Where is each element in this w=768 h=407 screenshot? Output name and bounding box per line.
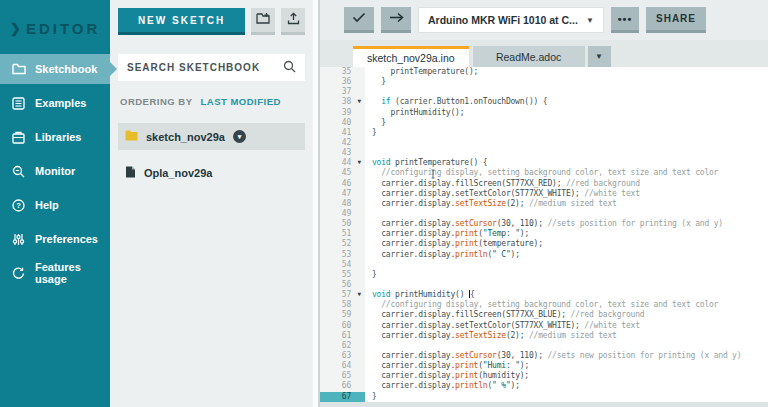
code-text[interactable] (365, 280, 768, 290)
sidebar-item-sketchbook[interactable]: Sketchbook (0, 54, 110, 84)
code-line[interactable]: 64 carrier.display.print("Humi: "); (320, 361, 768, 371)
code-line[interactable]: 51 carrier.display.print("Temp: "); (320, 229, 768, 239)
code-editor[interactable]: 35 printTemperature();36 }3738▼ if (carr… (320, 67, 768, 402)
code-token: void (372, 158, 390, 167)
code-text[interactable]: carrier.display.setCursor(30, 110); //se… (365, 219, 768, 229)
chevron-down-icon: ▼ (595, 52, 603, 61)
code-text[interactable]: if (carrier.Button1.onTouchDown()) { (365, 97, 768, 107)
code-line[interactable]: 42 (320, 138, 768, 148)
code-line[interactable]: 61 carrier.display.setTextSize(2); //med… (320, 331, 768, 341)
code-text[interactable]: printTemperature(); (365, 67, 768, 77)
sketch-list-item[interactable]: Opla_nov29a (118, 159, 305, 186)
editor-logo[interactable]: ❯ EDITOR (0, 0, 110, 44)
ordering-value-link[interactable]: LAST MODIFIED (201, 96, 281, 107)
code-line[interactable]: 47 carrier.display.setTextColor(ST77XX_W… (320, 189, 768, 199)
code-line[interactable]: 55} (320, 270, 768, 280)
code-text[interactable]: //configuring display, setting backgroun… (365, 168, 768, 178)
code-line[interactable]: 44▼void printTemperature() { (320, 158, 768, 168)
board-selector[interactable]: Arduino MKR WiFi 1010 at C... ▼ (418, 7, 604, 33)
sidebar-item-monitor[interactable]: Monitor (0, 156, 110, 186)
code-line[interactable]: 39 printHumidity(); (320, 108, 768, 118)
code-text[interactable]: //configuring display, setting backgroun… (365, 300, 768, 310)
code-token: } (372, 128, 377, 137)
sketch-menu-button[interactable]: ▾ (233, 130, 246, 143)
code-text[interactable]: carrier.display.fillScreen(ST77XX_RED); … (365, 179, 768, 189)
code-text[interactable] (365, 87, 768, 97)
code-text[interactable]: carrier.display.print("Temp: "); (365, 229, 768, 239)
code-text[interactable] (365, 148, 768, 158)
code-line[interactable]: 60 carrier.display.setTextColor(ST77XX_W… (320, 321, 768, 331)
new-folder-button[interactable] (251, 8, 275, 35)
code-text[interactable] (365, 138, 768, 148)
code-token: //red background (566, 179, 640, 188)
code-text[interactable] (365, 260, 768, 270)
code-text[interactable]: printHumidity(); (365, 108, 768, 118)
code-line[interactable]: 37 (320, 87, 768, 97)
code-text[interactable]: } (365, 118, 768, 128)
code-line[interactable]: 52 carrier.display.print(temperature); (320, 239, 768, 249)
sidebar-item-features-usage[interactable]: Features usage (0, 258, 110, 288)
sidebar-item-preferences[interactable]: Preferences (0, 224, 110, 254)
code-text[interactable]: } (365, 270, 768, 280)
verify-button[interactable] (344, 7, 374, 33)
sidebar-item-help[interactable]: ? Help (0, 190, 110, 220)
code-line[interactable]: 57▼void printHumidity() { (320, 290, 768, 300)
code-line[interactable]: 53 carrier.display.println(" C"); (320, 250, 768, 260)
code-text[interactable]: carrier.display.print(humidity); (365, 371, 768, 381)
code-line[interactable]: 65 carrier.display.print(humidity); (320, 371, 768, 381)
upload-sketch-button[interactable] (381, 7, 411, 33)
new-sketch-button[interactable]: NEW SKETCH (118, 8, 245, 35)
tab-list-button[interactable]: ▼ (588, 46, 611, 67)
code-text[interactable]: carrier.display.setTextSize(2); //medium… (365, 199, 768, 209)
code-text[interactable]: carrier.display.setTextColor(ST77XX_WHIT… (365, 189, 768, 199)
code-line[interactable]: 59 carrier.display.fillScreen(ST77XX_BLU… (320, 310, 768, 320)
import-button[interactable] (281, 8, 305, 35)
code-line[interactable]: 56 (320, 280, 768, 290)
line-number: 53 (320, 250, 365, 260)
fold-arrow-icon[interactable]: ▼ (357, 289, 361, 299)
code-text[interactable]: } (365, 128, 768, 138)
fold-arrow-icon[interactable]: ▼ (357, 157, 361, 167)
code-line[interactable]: 48 carrier.display.setTextSize(2); //med… (320, 199, 768, 209)
tab-readme-adoc[interactable]: ReadMe.adoc (473, 46, 585, 67)
code-text[interactable]: carrier.display.println(" C"); (365, 250, 768, 260)
code-text[interactable]: void printTemperature() { (365, 158, 768, 168)
more-options-button[interactable]: ••• (611, 7, 639, 33)
code-text[interactable]: carrier.display.println(" %"); (365, 381, 768, 391)
sketch-list-item[interactable]: sketch_nov29a ▾ (118, 123, 305, 150)
sidebar-item-examples[interactable]: Examples (0, 88, 110, 118)
code-text[interactable] (365, 209, 768, 219)
code-line[interactable]: 54 (320, 260, 768, 270)
share-button[interactable]: SHARE (646, 7, 706, 33)
code-line[interactable]: 41} (320, 128, 768, 138)
code-text[interactable]: carrier.display.setTextSize(2); //medium… (365, 331, 768, 341)
sidebar-item-libraries[interactable]: Libraries (0, 122, 110, 152)
code-text[interactable]: carrier.display.print(temperature); (365, 239, 768, 249)
code-line[interactable]: 43 (320, 148, 768, 158)
code-text[interactable]: } (365, 392, 768, 402)
code-text[interactable]: carrier.display.setCursor(30, 110); //se… (365, 351, 768, 361)
code-text[interactable] (365, 341, 768, 351)
code-text[interactable]: } (365, 77, 768, 87)
search-input[interactable] (127, 62, 283, 73)
tab-sketch-ino[interactable]: sketch_nov29a.ino (353, 46, 469, 67)
fold-arrow-icon[interactable]: ▼ (357, 96, 361, 106)
code-line[interactable]: 45 //configuring display, setting backgr… (320, 168, 768, 178)
folder-icon (11, 62, 26, 77)
code-line[interactable]: 63 carrier.display.setCursor(30, 110); /… (320, 351, 768, 361)
code-line[interactable]: 66 carrier.display.println(" %"); (320, 381, 768, 391)
code-line[interactable]: 58 //configuring display, setting backgr… (320, 300, 768, 310)
code-text[interactable]: carrier.display.setTextColor(ST77XX_WHIT… (365, 321, 768, 331)
code-line[interactable]: 46 carrier.display.fillScreen(ST77XX_RED… (320, 179, 768, 189)
code-line[interactable]: 49 (320, 209, 768, 219)
code-text[interactable]: carrier.display.print("Humi: "); (365, 361, 768, 371)
code-line[interactable]: 62 (320, 341, 768, 351)
code-line[interactable]: 67} (320, 392, 768, 402)
code-line[interactable]: 36 } (320, 77, 768, 87)
code-line[interactable]: 50 carrier.display.setCursor(30, 110); /… (320, 219, 768, 229)
code-line[interactable]: 40 } (320, 118, 768, 128)
code-text[interactable]: carrier.display.fillScreen(ST77XX_BLUE);… (365, 310, 768, 320)
code-line[interactable]: 35 printTemperature(); (320, 67, 768, 77)
code-line[interactable]: 38▼ if (carrier.Button1.onTouchDown()) { (320, 97, 768, 107)
code-text[interactable]: void printHumidity() { (365, 290, 768, 300)
